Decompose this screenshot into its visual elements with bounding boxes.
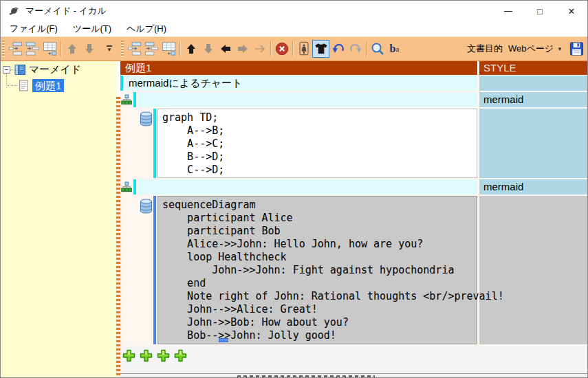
level-bar	[133, 92, 136, 107]
menu-item-file[interactable]: ファイル(F)	[2, 21, 65, 36]
outline-view1-button[interactable]	[126, 40, 143, 58]
titlebar: マーメイド - イカル — □ ✕	[1, 1, 587, 21]
outline-view2-button[interactable]	[24, 40, 41, 58]
window-title: マーメイド - イカル	[25, 5, 107, 17]
outline-view2-icon	[25, 41, 41, 57]
row-style-cell[interactable]: mermaid	[479, 92, 587, 107]
tshirt-style-button[interactable]	[312, 40, 329, 58]
undo-icon	[331, 41, 346, 56]
mannequin-button[interactable]	[295, 40, 312, 58]
delete-button[interactable]	[273, 40, 290, 58]
demote-button[interactable]	[234, 40, 251, 58]
undo-button[interactable]	[329, 40, 347, 58]
code-cell[interactable]: graph TD; A-->B; A-->C; B-->D; C-->D;	[157, 109, 477, 178]
tree-node-child[interactable]: 例題1	[18, 78, 64, 92]
bottom-strip	[120, 373, 587, 378]
grid-view-button[interactable]	[41, 40, 58, 58]
move-down-button[interactable]	[80, 40, 98, 58]
toolbar-grip[interactable]	[2, 41, 5, 57]
row-style-cell[interactable]	[479, 196, 587, 344]
grid-header-row: 例題1 STYLE	[120, 61, 587, 75]
delete-x-icon	[274, 41, 290, 56]
minimize-icon: —	[504, 6, 512, 16]
minimize-button[interactable]: —	[492, 1, 524, 21]
grid-view-button[interactable]	[160, 40, 177, 58]
tree-collapse-toggle[interactable]	[3, 66, 10, 74]
menu-item-help[interactable]: ヘルプ(H)	[119, 21, 174, 36]
level-bar-selected	[153, 196, 156, 344]
row-text-cell[interactable]	[138, 92, 477, 107]
outline-view1-button[interactable]	[7, 40, 24, 58]
menu-item-tools[interactable]: ツール(T)	[65, 21, 119, 36]
mermaid-sequence-code: sequenceDiagram participant Alice partic…	[158, 197, 477, 342]
move-up-button[interactable]	[63, 40, 80, 58]
main-area: マーメイド 例題1 例題1 STYLE	[1, 61, 587, 378]
move-up-button[interactable]	[182, 40, 199, 58]
toolbar-separator	[366, 41, 367, 56]
level-bar	[133, 179, 136, 194]
row-text-cell[interactable]	[138, 179, 477, 194]
toolbar-grip[interactable]	[121, 41, 124, 57]
table-row: mermaid	[120, 179, 587, 194]
tree-connector	[6, 74, 7, 85]
close-button[interactable]: ✕	[556, 1, 587, 21]
outline-view1-icon	[127, 41, 142, 57]
add-item-button[interactable]	[140, 349, 153, 362]
doc-purpose-dropdown[interactable]: Webページ ▼	[508, 43, 563, 55]
app-bird-icon	[8, 5, 20, 17]
toolbar-separator	[292, 41, 293, 56]
case-b-icon: b	[390, 43, 396, 55]
maximize-icon: □	[537, 6, 543, 16]
scrollbar-thumb[interactable]	[219, 338, 228, 342]
add-item-button[interactable]	[157, 349, 170, 362]
outline-view2-icon	[144, 41, 160, 57]
database-icon[interactable]	[140, 199, 153, 214]
toolbar-overflow-button[interactable]: ▼	[105, 43, 114, 55]
redo-button[interactable]	[347, 40, 364, 58]
demote-alt-button[interactable]	[251, 40, 268, 58]
tree-node-root[interactable]: マーメイド	[14, 63, 81, 76]
change-case-button[interactable]: ba	[386, 40, 403, 58]
org-chart-icon[interactable]	[121, 94, 132, 105]
save-button[interactable]	[568, 40, 585, 58]
row-text-cell[interactable]: mermaidによるチャート	[124, 76, 477, 91]
promote-button[interactable]	[217, 40, 234, 58]
search-button[interactable]	[369, 40, 386, 58]
grid-view-icon	[161, 41, 177, 57]
move-down-button[interactable]	[199, 40, 217, 58]
redo-icon	[348, 41, 363, 56]
table-row: sequenceDiagram participant Alice partic…	[120, 196, 587, 344]
outline-view2-button[interactable]	[143, 40, 160, 58]
grid-view-icon	[42, 41, 58, 57]
outline-grid: 例題1 STYLE mermaidによるチャート	[120, 61, 587, 378]
toolbar-separator	[270, 41, 271, 56]
row-style-cell[interactable]	[479, 76, 587, 91]
maximize-button[interactable]: □	[524, 1, 556, 21]
table-row: graph TD; A-->B; A-->C; B-->D; C-->D;	[120, 109, 587, 178]
search-icon	[370, 41, 385, 56]
tree-toolbar: ▼	[1, 37, 116, 60]
grid-style-header: STYLE	[479, 61, 587, 75]
document-icon	[18, 80, 30, 91]
arrow-down-icon	[83, 42, 96, 56]
arrow-left-icon	[219, 42, 232, 56]
window-controls: — □ ✕	[492, 1, 587, 21]
org-chart-icon[interactable]	[121, 181, 132, 192]
arrow-right-thin-icon	[253, 42, 267, 56]
add-item-button[interactable]	[122, 349, 135, 362]
doc-purpose-value: Webページ	[508, 43, 554, 55]
clipped-text-artifact	[237, 375, 375, 378]
database-icon[interactable]	[140, 111, 153, 126]
chevron-down-icon: ▼	[557, 46, 563, 52]
row-style-cell[interactable]	[479, 109, 587, 178]
mannequin-icon	[296, 41, 312, 56]
overflow-arrow-icon: ▼	[107, 47, 112, 53]
code-cell-selected[interactable]: sequenceDiagram participant Alice partic…	[157, 196, 477, 344]
case-a-icon: a	[396, 45, 400, 53]
row-text: mermaidによるチャート	[129, 77, 242, 89]
panel-splitter[interactable]	[116, 97, 120, 378]
toolbar-row: ▼	[1, 36, 587, 61]
row-style-cell[interactable]: mermaid	[479, 179, 587, 194]
add-row-toolbar	[122, 349, 187, 362]
add-item-button[interactable]	[174, 349, 187, 362]
